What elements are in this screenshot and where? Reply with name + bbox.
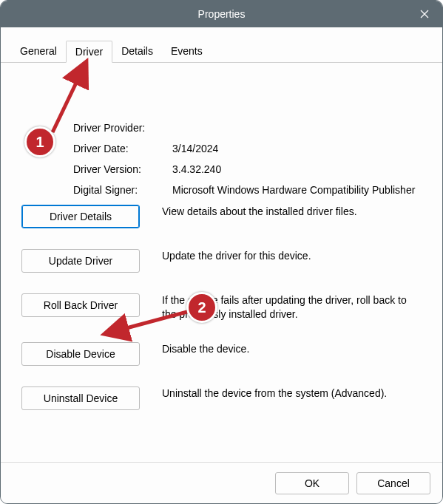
annotation-badge-1: 1: [24, 126, 55, 157]
titlebar: Properties: [1, 1, 442, 27]
cancel-button[interactable]: Cancel: [356, 472, 430, 494]
driver-info: Driver Provider: Driver Date: 3/14/2024 …: [73, 122, 426, 196]
driver-date-label: Driver Date:: [73, 143, 172, 154]
driver-details-desc: View details about the installed driver …: [162, 205, 426, 219]
driver-date-value: 3/14/2024: [172, 143, 426, 154]
action-buttons: Driver Details View details about the in…: [17, 205, 426, 410]
dialog-footer: OK Cancel: [1, 462, 442, 503]
update-driver-desc: Update the driver for this device.: [162, 249, 426, 263]
driver-version-label: Driver Version:: [73, 163, 172, 175]
update-driver-button[interactable]: Update Driver: [21, 249, 140, 273]
tab-details[interactable]: Details: [112, 41, 162, 62]
driver-provider-label: Driver Provider:: [73, 122, 172, 134]
digital-signer-label: Digital Signer:: [73, 184, 172, 196]
disable-device-desc: Disable the device.: [162, 342, 426, 356]
window-title: Properties: [198, 8, 246, 20]
ok-button[interactable]: OK: [275, 472, 349, 494]
close-icon: [420, 10, 429, 18]
driver-version-value: 3.4.32.240: [172, 163, 426, 175]
tab-events[interactable]: Events: [162, 41, 212, 62]
digital-signer-value: Microsoft Windows Hardware Compatibility…: [172, 184, 426, 196]
tab-content: Driver Provider: Driver Date: 3/14/2024 …: [1, 63, 442, 410]
properties-window: Properties General Driver Details Events…: [0, 0, 443, 504]
disable-device-button[interactable]: Disable Device: [21, 342, 140, 366]
driver-details-button[interactable]: Driver Details: [21, 205, 140, 228]
close-button[interactable]: [407, 1, 442, 27]
annotation-badge-2: 2: [186, 292, 217, 323]
roll-back-driver-button[interactable]: Roll Back Driver: [21, 293, 140, 317]
uninstall-device-desc: Uninstall the device from the system (Ad…: [162, 386, 426, 401]
tab-driver[interactable]: Driver: [66, 41, 112, 63]
driver-provider-value: [172, 122, 426, 134]
uninstall-device-button[interactable]: Uninstall Device: [21, 386, 140, 410]
tab-strip: General Driver Details Events: [1, 41, 442, 63]
tab-general[interactable]: General: [11, 41, 66, 62]
